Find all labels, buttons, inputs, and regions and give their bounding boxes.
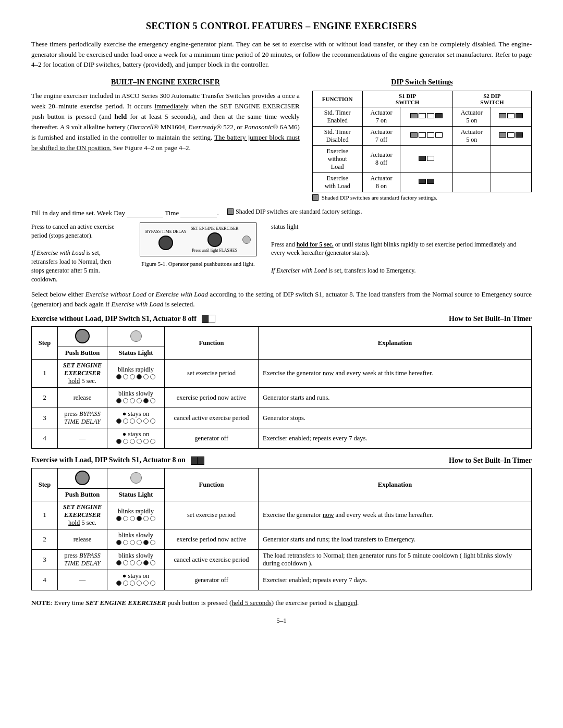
two-column-section: BUILT–IN ENGINE EXERCISER The engine exe… <box>31 78 532 201</box>
pb-circle-icon2 <box>75 471 90 485</box>
s1-dip <box>400 107 452 126</box>
pb-cell: press BYPASSTIME DELAY <box>58 550 107 570</box>
panel-left-notes: Press to cancel an active exercise perio… <box>31 223 125 284</box>
led <box>143 560 149 565</box>
fill-line: Fill in day and time set. Week Day Time … <box>31 208 532 218</box>
table-row: 1 SET ENGINEEXERCISERhold 5 sec. blinks … <box>32 360 532 388</box>
table-row: Std. TimerEnabled Actuator7 on Actuator5… <box>312 107 531 126</box>
s1-dip <box>400 126 452 145</box>
page-title: SECTION 5 CONTROL FEATURES – ENGINE EXER… <box>31 21 532 32</box>
th-fn2: Function <box>165 468 259 501</box>
immediately-text: immediately <box>155 102 189 110</box>
exercise1-right-title: How to Set Built–In Timer <box>449 315 532 323</box>
panasonic-text: Panasonic® <box>244 123 278 131</box>
s2-empty <box>452 145 491 172</box>
mid-text: Select below either Exercise without Loa… <box>31 289 532 310</box>
bypass-label: BYPASS TIME DELAY <box>145 229 187 234</box>
bypass-button-icon <box>158 236 173 250</box>
load-transfer-note: If Exerciser with Load is set, transfers… <box>271 266 532 275</box>
status-light-label: status light <box>271 223 532 231</box>
led-row <box>116 418 155 424</box>
dip-v1-box2 <box>209 315 215 323</box>
step-num: 2 <box>32 388 58 408</box>
s1-label: Actuator8 on <box>362 172 400 192</box>
th-pb-icon2 <box>58 468 107 489</box>
s2-dip <box>491 126 531 145</box>
exercise1-bold: Exercise without Load <box>31 315 101 323</box>
week-day-blank <box>127 208 163 217</box>
led <box>143 374 149 379</box>
panel-buttons-display: BYPASS TIME DELAY SET ENGINE EXERCISER P… <box>140 223 257 256</box>
led <box>130 560 135 565</box>
exp-cell: Generator starts and runs. <box>259 388 532 408</box>
pb-cell: release <box>58 388 107 408</box>
held-text: held <box>114 113 127 120</box>
table-row: 4 — ● stays on generator off Exerciser e… <box>32 570 532 590</box>
led <box>137 374 142 379</box>
fn-cell: generator off <box>165 428 259 449</box>
fn-cell: set exercise period <box>165 501 259 529</box>
led <box>130 540 135 545</box>
led <box>143 516 149 521</box>
exercise2-bold: Exercise with Load <box>31 456 91 464</box>
dip-col-function: FUNCTION <box>312 91 362 107</box>
fn-cell: exercise period now active <box>165 529 259 550</box>
th-pb-label2: Push Button <box>58 489 107 501</box>
sl-cell: blinks rapidly <box>107 360 165 388</box>
press-label: Press until light FLASHES <box>192 248 237 253</box>
th-step2: Step <box>32 468 58 501</box>
led <box>123 418 128 424</box>
shaded-note-text: Shaded DIP switches are standard factory… <box>322 194 437 201</box>
exercise1-title: Exercise without Load, DIP Switch S1, Ac… <box>31 315 215 324</box>
step-num: 4 <box>32 428 58 449</box>
exercise2-title: Exercise with Load, DIP Switch S1, Actua… <box>31 456 204 465</box>
th-pb-icon1 <box>58 327 107 347</box>
led <box>137 516 142 521</box>
led <box>116 540 121 545</box>
fn-cell: ExercisewithoutLoad <box>312 145 362 172</box>
th-fn1: Function <box>165 327 259 360</box>
led-row <box>116 560 155 565</box>
left-body-text: The engine exerciser included in ASCO Se… <box>31 91 300 154</box>
th-sl-icon1 <box>107 327 165 347</box>
led <box>150 374 155 379</box>
set-engine-label: SET ENGINE EXERCISER <box>191 226 238 231</box>
duracell-text: Duracell® <box>129 123 158 131</box>
table-row: 2 release blinks slowly exercise period … <box>32 529 532 550</box>
fn-cell: exercise period now active <box>165 388 259 408</box>
dip-visual-2 <box>191 456 204 465</box>
fn-cell: generator off <box>165 570 259 590</box>
fn-cell: set exercise period <box>165 360 259 388</box>
pb-cell: release <box>58 529 107 550</box>
led <box>137 439 142 444</box>
table-row: 2 release blinks slowly exercise period … <box>32 388 532 408</box>
sl-cell: blinks rapidly <box>107 501 165 529</box>
battery-note: The battery jumper block must be shifted… <box>31 133 300 152</box>
bottom-note: NOTE: Every time SET ENGINE EXERCISER pu… <box>31 598 532 608</box>
time-blank <box>180 208 217 217</box>
led <box>123 540 128 545</box>
led <box>123 560 128 565</box>
s1-dip <box>400 172 452 192</box>
led <box>143 540 149 545</box>
led <box>130 516 135 521</box>
set-engine-button-group: SET ENGINE EXERCISER Press until light F… <box>191 226 238 253</box>
dip-visual-1 <box>202 315 215 323</box>
set-engine-button-icon <box>207 232 222 247</box>
led <box>150 398 155 403</box>
exp-cell: Exercise the generator now and every wee… <box>259 360 532 388</box>
sl-cell: blinks slowly <box>107 388 165 408</box>
led <box>116 418 121 424</box>
step-num: 1 <box>32 501 58 529</box>
intro-paragraph: These timers periodically exercise the e… <box>31 39 532 70</box>
exp-cell: Exerciser enabled; repeats every 7 days. <box>259 428 532 449</box>
led <box>137 418 142 424</box>
shaded-note: Shaded DIP switches are standard factory… <box>312 194 532 201</box>
exp-cell: Generator starts and runs; the load tran… <box>259 529 532 550</box>
table-row: Std. TimerDisabled Actuator7 off Actuato… <box>312 126 531 145</box>
led <box>130 398 135 403</box>
led <box>123 516 128 521</box>
pb-cell: — <box>58 570 107 590</box>
pb-cell: — <box>58 428 107 449</box>
dip-v2-box1 <box>191 457 198 464</box>
